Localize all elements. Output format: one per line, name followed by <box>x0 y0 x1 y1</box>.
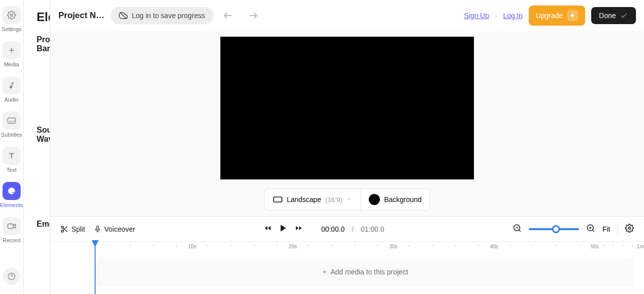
svg-marker-59 <box>268 226 271 230</box>
svg-line-50 <box>120 12 127 19</box>
voiceover-button[interactable]: Voiceover <box>94 225 135 233</box>
play-button[interactable] <box>279 224 288 234</box>
check-icon <box>620 12 628 20</box>
svg-rect-3 <box>8 118 15 124</box>
svg-marker-61 <box>299 226 302 230</box>
zoom-out-button[interactable] <box>513 224 522 234</box>
background-button[interactable]: Background <box>361 188 430 211</box>
elements-panel: Elements Progress Bars View All Sound Wa… <box>24 0 50 294</box>
undo-button[interactable] <box>219 7 237 25</box>
redo-button[interactable] <box>244 7 262 25</box>
svg-line-56 <box>63 228 64 229</box>
upgrade-button[interactable]: Upgrade <box>529 6 585 26</box>
sidebar-item-settings[interactable]: Settings <box>2 6 22 32</box>
duration-time: 01:00.0 <box>361 225 384 233</box>
canvas-area: Landscape (16:9) Background <box>50 31 644 216</box>
landscape-icon <box>273 196 283 203</box>
svg-marker-62 <box>296 226 299 230</box>
svg-line-64 <box>519 230 521 231</box>
sidebar-item-elements[interactable]: Elements <box>0 182 23 208</box>
section-title-progress-bars: Progress Bars <box>37 35 50 53</box>
cloud-off-icon <box>119 11 128 20</box>
skip-forward-button[interactable] <box>295 225 303 233</box>
svg-point-52 <box>61 226 63 228</box>
sidebar-label: Settings <box>2 26 22 32</box>
sign-up-link[interactable]: Sign Up <box>464 12 489 20</box>
zoom-slider[interactable] <box>529 228 579 230</box>
video-canvas[interactable] <box>220 37 474 179</box>
skip-back-button[interactable] <box>264 225 272 233</box>
camera-icon <box>3 217 21 235</box>
svg-line-67 <box>593 230 594 231</box>
svg-marker-58 <box>265 226 268 230</box>
sidebar-label: Audio <box>5 96 19 103</box>
text-icon <box>3 147 21 165</box>
svg-marker-60 <box>281 225 286 232</box>
svg-rect-7 <box>8 224 13 229</box>
aspect-ratio-button[interactable]: Landscape (16:9) <box>264 188 361 211</box>
svg-rect-51 <box>274 197 282 202</box>
time-separator: / <box>352 225 354 233</box>
sidebar-item-record[interactable]: Record <box>3 217 21 243</box>
sidebar-label: Text <box>7 167 17 173</box>
sidebar-label: Elements <box>0 202 23 208</box>
background-swatch-icon <box>369 194 380 205</box>
gear-icon <box>3 6 21 24</box>
svg-line-55 <box>65 230 67 232</box>
sidebar-label: Subtitles <box>1 132 22 138</box>
timeline-ruler[interactable]: 10s 20s 30s 40s 50s 1m <box>50 242 644 254</box>
sidebar-item-audio[interactable]: Audio <box>3 76 21 103</box>
subtitles-icon <box>3 112 21 130</box>
music-note-icon <box>3 76 21 94</box>
elements-icon <box>3 182 21 200</box>
log-in-link[interactable]: Log In <box>503 12 523 20</box>
sidebar-item-media[interactable]: Media <box>3 41 21 67</box>
timeline-settings-button[interactable] <box>625 224 634 234</box>
sidebar-item-text[interactable]: Text <box>3 147 21 173</box>
chevron-down-icon <box>346 195 352 204</box>
section-title-emoji: Emoji <box>37 220 50 229</box>
svg-point-53 <box>61 230 63 232</box>
add-media-track[interactable]: Add media to this project <box>96 257 634 287</box>
current-time: 00:00.0 <box>321 225 345 233</box>
sidebar-label: Record <box>3 237 20 243</box>
svg-point-0 <box>11 14 13 17</box>
bolt-icon <box>567 10 578 21</box>
plus-icon <box>321 269 328 275</box>
zoom-in-button[interactable] <box>586 224 595 234</box>
timeline[interactable]: 10s 20s 30s 40s 50s 1m Add media to this… <box>50 241 644 294</box>
timeline-toolbar: Split Voiceover 00:00.0 / 01:00.0 <box>50 216 644 241</box>
section-title-sound-waves: Sound Waves <box>37 126 50 144</box>
sidebar-item-subtitles[interactable]: Subtitles <box>1 112 22 138</box>
help-icon <box>3 268 20 285</box>
link-separator: · <box>495 12 497 20</box>
sidebar-label: Media <box>4 61 19 67</box>
split-button[interactable]: Split <box>60 225 85 233</box>
plus-icon <box>3 41 21 59</box>
svg-point-70 <box>628 227 631 230</box>
done-button[interactable]: Done <box>591 7 636 24</box>
project-name[interactable]: Project Na... <box>58 11 105 21</box>
login-to-save-button[interactable]: Log in to save progress <box>111 7 213 24</box>
fit-button[interactable]: Fit <box>602 225 610 233</box>
sidebar-help[interactable] <box>3 268 20 285</box>
topbar: Project Na... Log in to save progress Si… <box>50 0 644 31</box>
mic-icon <box>94 225 101 233</box>
scissors-icon <box>60 225 68 233</box>
